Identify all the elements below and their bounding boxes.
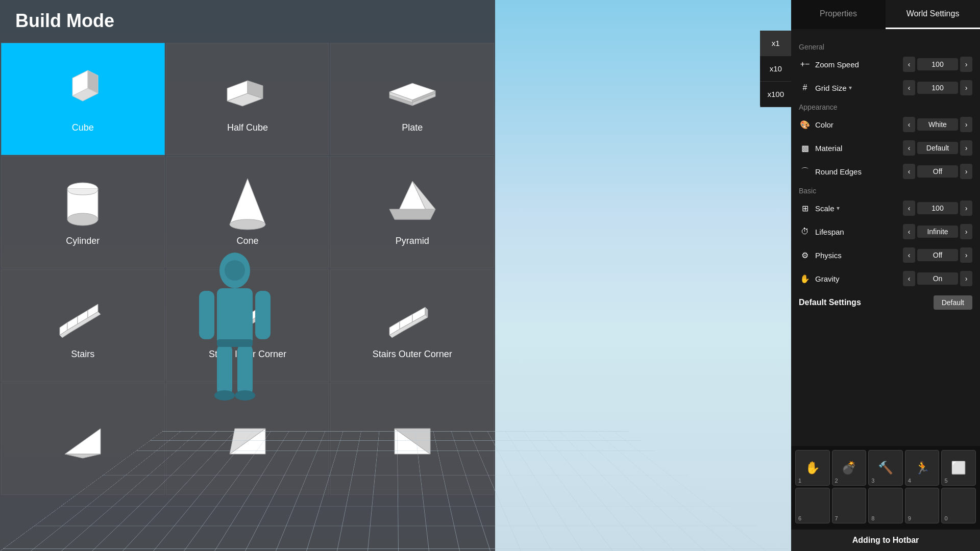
round-edges-decrease[interactable]: ‹ <box>903 164 915 179</box>
item-cube[interactable]: Cube <box>1 43 165 155</box>
right-panel: x1 x10 x100 Properties World Settings Ge… <box>791 0 980 551</box>
default-settings-label: Default Settings <box>799 298 861 307</box>
multiplier-panel: x1 x10 x100 <box>760 31 791 107</box>
hotbar-slot-6[interactable]: 6 <box>795 488 830 523</box>
item-half-cube[interactable]: Half Cube <box>166 43 330 155</box>
grid-size-increase[interactable]: › <box>960 80 972 95</box>
lifespan-decrease[interactable]: ‹ <box>903 224 915 239</box>
game-world: Build Mode Cube <box>0 0 791 551</box>
scale-label: Scale ▾ <box>815 204 903 213</box>
round-edges-value: Off <box>917 165 958 178</box>
default-settings-button[interactable]: Default <box>934 295 972 310</box>
item-pyramid[interactable]: Pyramid <box>330 156 494 268</box>
hotbar-row-2: 6 7 8 9 0 <box>795 488 976 523</box>
hotbar-slot-2[interactable]: 💣 2 <box>832 450 867 486</box>
multiplier-x100[interactable]: x100 <box>760 82 791 107</box>
pyramid-icon <box>387 179 438 230</box>
material-icon: ▩ <box>799 142 811 154</box>
hotbar-slot-4-num: 4 <box>908 478 911 484</box>
scale-dropdown-arrow[interactable]: ▾ <box>837 205 840 212</box>
physics-decrease[interactable]: ‹ <box>903 247 915 263</box>
lifespan-control: ‹ Infinite › <box>903 224 972 239</box>
svg-point-14 <box>67 213 98 226</box>
hotbar-slot-7[interactable]: 7 <box>832 488 867 523</box>
hotbar-slot-5[interactable]: ⬜ 5 <box>941 450 976 486</box>
scale-decrease[interactable]: ‹ <box>903 201 915 216</box>
physics-label: Physics <box>815 251 903 260</box>
grid-size-control: ‹ 100 › <box>903 80 972 95</box>
item-stairs[interactable]: Stairs <box>1 269 165 382</box>
svg-marker-40 <box>395 429 430 454</box>
zoom-speed-decrease[interactable]: ‹ <box>903 57 915 72</box>
items-grid: Cube Half Cube <box>0 42 495 496</box>
material-label: Material <box>815 144 903 153</box>
hotbar-row-1: ✋ 1 💣 2 🔨 3 🏃 4 ⬜ 5 <box>795 450 976 486</box>
lifespan-icon: ⏱ <box>799 226 811 238</box>
item-cylinder[interactable]: Cylinder <box>1 156 165 268</box>
stairs-inner-corner-icon <box>222 292 273 343</box>
item-wedge3[interactable] <box>330 383 494 495</box>
panel-tabs: Properties World Settings <box>791 0 980 29</box>
lifespan-row: ⏱ Lifespan ‹ Infinite › <box>799 222 972 241</box>
stairs-icon <box>57 292 108 343</box>
gravity-decrease[interactable]: ‹ <box>903 271 915 286</box>
item-cone[interactable]: Cone <box>166 156 330 268</box>
round-edges-label: Round Edges <box>815 167 903 176</box>
multiplier-x10[interactable]: x10 <box>760 56 791 82</box>
physics-icon: ⚙ <box>799 249 811 261</box>
hotbar-slot-3[interactable]: 🔨 3 <box>868 450 903 486</box>
tab-world-settings[interactable]: World Settings <box>886 0 980 29</box>
cylinder-icon <box>57 179 108 230</box>
hotbar-slot-5-icon: ⬜ <box>951 461 966 475</box>
color-decrease[interactable]: ‹ <box>903 117 915 132</box>
scale-increase[interactable]: › <box>960 201 972 216</box>
color-value: White <box>917 118 958 131</box>
hotbar-slot-4[interactable]: 🏃 4 <box>905 450 940 486</box>
round-edges-increase[interactable]: › <box>960 164 972 179</box>
scale-value: 100 <box>917 202 958 214</box>
grid-size-dropdown-arrow[interactable]: ▾ <box>849 84 852 91</box>
item-wedge1[interactable] <box>1 383 165 495</box>
svg-marker-15 <box>230 179 265 224</box>
zoom-speed-label: Zoom Speed <box>815 60 903 69</box>
scale-row: ⊞ Scale ▾ ‹ 100 › <box>799 199 972 217</box>
hotbar-slot-8[interactable]: 8 <box>868 488 903 523</box>
item-plate[interactable]: Plate <box>330 43 494 155</box>
gravity-control: ‹ On › <box>903 271 972 286</box>
gravity-increase[interactable]: › <box>960 271 972 286</box>
wedge2-icon <box>222 413 273 464</box>
item-cube-label: Cube <box>72 122 94 133</box>
hotbar-slot-1[interactable]: ✋ 1 <box>795 450 830 486</box>
stairs-outer-corner-icon <box>387 292 438 343</box>
material-decrease[interactable]: ‹ <box>903 140 915 156</box>
lifespan-increase[interactable]: › <box>960 224 972 239</box>
item-cylinder-label: Cylinder <box>66 236 100 246</box>
hotbar-slot-0[interactable]: 0 <box>941 488 976 523</box>
hotbar-slot-1-icon: ✋ <box>805 461 820 475</box>
color-increase[interactable]: › <box>960 117 972 132</box>
gravity-value: On <box>917 272 958 285</box>
default-settings-row: Default Settings Default <box>799 295 972 315</box>
physics-increase[interactable]: › <box>960 247 972 263</box>
item-stairs-outer-corner[interactable]: Stairs Outer Corner <box>330 269 494 382</box>
item-stairs-outer-corner-label: Stairs Outer Corner <box>373 349 452 360</box>
color-control: ‹ White › <box>903 117 972 132</box>
hotbar-slot-9[interactable]: 9 <box>905 488 940 523</box>
item-wedge2[interactable] <box>166 383 330 495</box>
multiplier-x1[interactable]: x1 <box>760 31 791 56</box>
grid-size-decrease[interactable]: ‹ <box>903 80 915 95</box>
grid-size-icon: # <box>799 82 811 94</box>
zoom-speed-increase[interactable]: › <box>960 57 972 72</box>
half-cube-icon <box>222 65 273 116</box>
material-increase[interactable]: › <box>960 140 972 156</box>
item-stairs-inner-corner[interactable]: Stairs Inner Corner <box>166 269 330 382</box>
hotbar-slot-9-num: 9 <box>908 515 911 521</box>
hotbar-slot-7-num: 7 <box>835 515 838 521</box>
round-edges-control: ‹ Off › <box>903 164 972 179</box>
svg-marker-41 <box>395 429 430 454</box>
tab-properties[interactable]: Properties <box>791 0 886 29</box>
settings-content: General +− Zoom Speed ‹ 100 › # Grid Siz… <box>791 29 980 446</box>
svg-point-16 <box>230 219 265 230</box>
svg-marker-19 <box>389 209 435 219</box>
material-control: ‹ Default › <box>903 140 972 156</box>
